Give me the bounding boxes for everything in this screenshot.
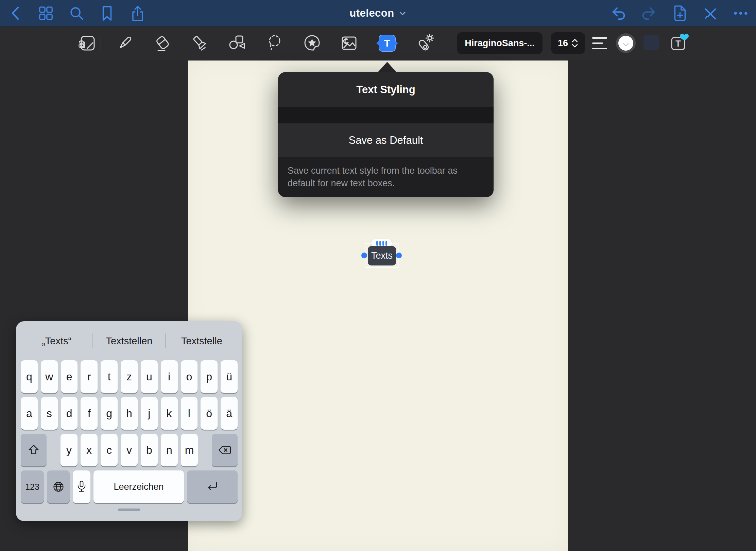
pencil-cross-icon [702, 5, 718, 21]
key-auml[interactable]: ä [221, 397, 238, 430]
globe-icon [51, 480, 66, 494]
highlighter-tool-button[interactable] [189, 27, 211, 60]
key-t[interactable]: t [101, 360, 118, 393]
key-r[interactable]: r [81, 360, 98, 393]
heart-icon [680, 33, 689, 41]
key-g[interactable]: g [101, 397, 118, 430]
backspace-key[interactable] [212, 434, 238, 466]
shapes-icon [228, 34, 246, 52]
key-k[interactable]: k [161, 397, 178, 430]
key-l[interactable]: l [181, 397, 198, 430]
more-dots-icon [733, 5, 749, 21]
font-name-button[interactable]: HiraginoSans-... [457, 32, 543, 54]
key-z[interactable]: z [121, 360, 138, 393]
highlighter-icon [191, 34, 209, 52]
redo-button[interactable] [641, 5, 657, 21]
key-e[interactable]: e [61, 360, 78, 393]
shapes-tool-button[interactable] [226, 27, 248, 60]
suggestion-quoted[interactable]: „Texts“ [21, 335, 92, 347]
save-as-default-button[interactable]: Save as Default [278, 123, 494, 157]
share-icon [130, 5, 145, 21]
backspace-icon [217, 443, 232, 457]
key-m[interactable]: m [181, 434, 198, 466]
drag-bar [385, 241, 387, 246]
shift-key[interactable] [21, 434, 47, 466]
key-s[interactable]: s [41, 397, 58, 430]
drag-bar [379, 241, 381, 246]
keyboard-row-2: a s d f g h j k l ö ä [21, 397, 238, 430]
pen-icon [116, 34, 134, 52]
key-j[interactable]: j [141, 397, 158, 430]
key-ouml[interactable]: ö [201, 397, 218, 430]
resize-handle-left[interactable] [361, 253, 367, 258]
key-f[interactable]: f [81, 397, 98, 430]
add-page-button[interactable] [672, 5, 687, 21]
dictation-key[interactable] [73, 470, 90, 503]
pen-tool-button[interactable] [114, 27, 136, 60]
key-v[interactable]: v [121, 434, 138, 466]
eraser-tool-button[interactable] [152, 27, 173, 60]
text-color-white-swatch [618, 36, 633, 51]
image-icon [340, 34, 358, 52]
popover-arrow [378, 62, 397, 72]
key-n[interactable]: n [161, 434, 178, 466]
align-bar [592, 42, 603, 44]
search-button[interactable] [69, 5, 84, 21]
add-page-icon [672, 5, 687, 22]
key-b[interactable]: b [141, 434, 158, 466]
key-x[interactable]: x [81, 434, 98, 466]
text-align-button[interactable] [592, 36, 608, 50]
stepper-chevrons-icon [571, 38, 578, 48]
space-key[interactable]: Leerzeichen [93, 470, 184, 503]
key-q[interactable]: q [21, 360, 38, 393]
lasso-tool-button[interactable] [264, 27, 286, 60]
image-tool-button[interactable] [338, 27, 360, 60]
sticker-tool-button[interactable] [301, 27, 323, 60]
thumbnails-button[interactable] [38, 5, 54, 21]
globe-key[interactable] [47, 470, 70, 503]
pencil-disconnect-button[interactable] [702, 5, 718, 21]
numbers-key[interactable]: 123 [21, 470, 44, 503]
sticker-icon [303, 34, 321, 52]
key-u[interactable]: u [141, 360, 158, 393]
key-a[interactable]: a [21, 397, 38, 430]
laser-pointer-icon [415, 34, 434, 53]
bookmark-button[interactable] [99, 5, 115, 21]
key-i[interactable]: i [161, 360, 178, 393]
key-d[interactable]: d [61, 397, 78, 430]
resize-handle-right[interactable] [396, 253, 402, 258]
key-uuml[interactable]: ü [221, 360, 238, 393]
search-icon [69, 5, 84, 21]
share-button[interactable] [130, 5, 145, 21]
back-button[interactable] [7, 5, 23, 21]
text-color-button[interactable] [616, 33, 636, 53]
key-p[interactable]: p [201, 360, 218, 393]
microphone-icon [75, 480, 88, 494]
suggestion-1[interactable]: Textstellen [93, 335, 165, 347]
return-key[interactable] [187, 470, 238, 503]
document-title-button[interactable]: utelecon [349, 0, 406, 27]
panel-letter-icon: a [78, 35, 97, 52]
keyboard-row-1: q w e r t z u i o p ü [21, 360, 238, 393]
chevron-down-icon [399, 10, 407, 17]
text-box-content: Texts [371, 251, 393, 261]
text-box[interactable]: Texts [368, 246, 396, 265]
laser-tool-button[interactable] [414, 27, 436, 60]
more-button[interactable] [733, 5, 749, 21]
editing-mode-button[interactable]: a [76, 27, 98, 60]
key-h[interactable]: h [121, 397, 138, 430]
suggestion-2[interactable]: Textstelle [166, 335, 238, 347]
key-o[interactable]: o [181, 360, 198, 393]
key-y[interactable]: y [61, 434, 78, 466]
key-w[interactable]: w [41, 360, 58, 393]
keyboard-drag-handle[interactable] [118, 509, 140, 511]
text-tool-button[interactable]: T [376, 27, 398, 60]
undo-button[interactable] [611, 5, 626, 21]
drag-bar [376, 241, 378, 246]
favorite-text-style-button[interactable]: T [670, 35, 688, 52]
key-c[interactable]: c [101, 434, 118, 466]
return-icon [205, 480, 220, 494]
text-tool-selected: T [379, 35, 396, 52]
font-size-stepper[interactable]: 16 [551, 32, 585, 54]
app-window: { "navbar": { "title": "utelecon" }, "to… [0, 0, 756, 551]
